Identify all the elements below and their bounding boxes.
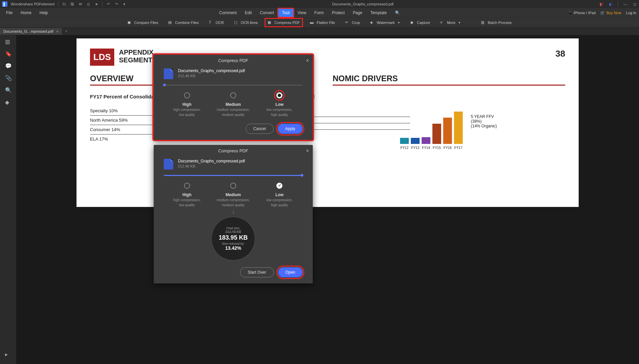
section-drivers: NOMIC DRIVERS bbox=[333, 74, 565, 86]
dialog1-title: Compress PDF bbox=[218, 58, 248, 63]
arrow-down-icon: ↓ bbox=[164, 209, 303, 215]
redo-icon[interactable]: ↷ bbox=[114, 2, 119, 6]
final-size-label: Final size: bbox=[226, 226, 240, 230]
tab-comment[interactable]: Comment bbox=[215, 8, 241, 17]
tab-edit[interactable]: Edit bbox=[241, 8, 256, 17]
chart-bar bbox=[432, 124, 441, 144]
device-link[interactable]: 📱 iPhone / iPad bbox=[568, 11, 596, 15]
search-icon[interactable]: 🔍 bbox=[391, 8, 404, 17]
batch-process-tool[interactable]: ▥Batch Process bbox=[479, 19, 514, 26]
maximize-icon[interactable]: ◻ bbox=[632, 2, 637, 6]
attachments-icon[interactable]: 📎 bbox=[5, 75, 11, 81]
start-over-button[interactable]: Start Over bbox=[240, 267, 274, 277]
flatten-file-tool[interactable]: ▬Flatten File bbox=[308, 19, 337, 26]
crop-tool[interactable]: ✂Crop bbox=[343, 19, 362, 26]
file-icon bbox=[164, 68, 173, 79]
chart-bar bbox=[411, 138, 420, 144]
minimize-icon[interactable]: — bbox=[623, 2, 628, 6]
watermark-tool[interactable]: ◈Watermark▼ bbox=[368, 19, 402, 26]
opt-sub: low quality bbox=[164, 113, 210, 117]
compress-dialog-1: Compress PDF ✕ Documents_Graphs_compress… bbox=[154, 55, 313, 140]
opt-label: Medium bbox=[210, 192, 256, 197]
thumbnails-icon[interactable]: ▥ bbox=[5, 38, 11, 44]
screenshot-icon[interactable]: ◧ bbox=[599, 2, 604, 6]
tab-form[interactable]: Form bbox=[310, 8, 328, 17]
dialog2-medium-radio[interactable] bbox=[230, 183, 236, 189]
opt-label: Low bbox=[256, 102, 303, 107]
dialog1-medium-radio[interactable] bbox=[230, 92, 236, 98]
dropdown-icon[interactable]: ▾ bbox=[122, 2, 127, 6]
tab-protect[interactable]: Protect bbox=[328, 8, 349, 17]
left-sidebar: ▥ 🔖 💬 📎 🔍 ◆ ▸ bbox=[0, 35, 16, 364]
save-icon[interactable]: 🖫 bbox=[70, 2, 74, 6]
window-title: Documents_Graphs_compressed.pdf bbox=[127, 2, 599, 6]
dialog2-high-radio[interactable] bbox=[184, 183, 190, 189]
capture-tool[interactable]: ◉Capture bbox=[408, 19, 432, 26]
dialog1-high-radio[interactable] bbox=[184, 92, 190, 98]
menu-help[interactable]: Help bbox=[36, 9, 51, 17]
chart-bar bbox=[400, 138, 409, 144]
tab-page[interactable]: Page bbox=[349, 8, 366, 17]
opt-label: High bbox=[164, 102, 210, 107]
file-icon bbox=[164, 159, 173, 170]
more-tool[interactable]: ≡More▼ bbox=[438, 19, 463, 26]
pdf-page: LDS APPENDIX SEGMENT OVERVI 38 OVERVIEW … bbox=[77, 38, 579, 207]
apply-button[interactable]: Apply bbox=[278, 124, 303, 134]
revenue-bar-chart: FY12FY13FY14FY15FY16FY17 bbox=[400, 113, 463, 150]
theme-icon[interactable]: ◐ bbox=[608, 2, 613, 6]
add-tab-button[interactable]: + bbox=[62, 28, 70, 35]
menu-home[interactable]: Home bbox=[17, 9, 35, 17]
dialog2-low-radio[interactable] bbox=[276, 183, 282, 189]
dialog1-close-icon[interactable]: ✕ bbox=[306, 58, 309, 63]
menu-file[interactable]: File bbox=[3, 9, 16, 17]
layers-icon[interactable]: ◆ bbox=[5, 99, 11, 105]
open-button[interactable]: Open bbox=[278, 267, 303, 277]
dialog1-filesize: 212.46 KB bbox=[178, 74, 245, 78]
opt-label: High bbox=[164, 192, 210, 197]
print-icon[interactable]: ⎙ bbox=[86, 2, 91, 6]
ocr-area-tool[interactable]: ▢OCR Area bbox=[232, 19, 260, 26]
combine-files-tool[interactable]: ▤Combine Files bbox=[166, 19, 201, 26]
dialog2-filename: Documents_Graphs_compressed.pdf bbox=[178, 159, 245, 163]
opt-sub: medium compression, bbox=[210, 198, 256, 202]
chart-bar-label: FY12 bbox=[400, 146, 408, 150]
document-tabs: Documents_G…mpressed.pdf ✕ + bbox=[0, 28, 639, 35]
undo-icon[interactable]: ↶ bbox=[106, 2, 111, 6]
trend-note-1: 5 YEAR FFV bbox=[471, 114, 497, 119]
app-icon: ▌ bbox=[2, 1, 7, 7]
document-tab[interactable]: Documents_G…mpressed.pdf ✕ bbox=[0, 28, 62, 35]
tab-view[interactable]: View bbox=[294, 8, 310, 17]
compress-pdf-tool[interactable]: ▦Compress PDF bbox=[266, 19, 302, 26]
expand-sidebar-icon[interactable]: ▸ bbox=[5, 351, 11, 357]
close-tab-icon[interactable]: ✕ bbox=[56, 30, 59, 33]
opt-sub: medium quality bbox=[210, 113, 256, 117]
compress-dialog-2: Compress PDF ✕ Documents_Graphs_compress… bbox=[154, 145, 313, 283]
toolbar: ▣Compare Files ▤Combine Files TOCR ▢OCR … bbox=[0, 18, 639, 28]
tab-convert[interactable]: Convert bbox=[256, 8, 278, 17]
buy-now-link[interactable]: 🛒 Buy Now bbox=[600, 11, 621, 15]
share-icon[interactable]: ➤ bbox=[94, 2, 99, 6]
new-size: 183.95 KB bbox=[219, 234, 248, 241]
chart-bar-label: FY16 bbox=[444, 146, 452, 150]
titlebar: ▌ Wondershare PDFelement 🗀 🖫 ✉ ⎙ ➤ ↶ ↷ ▾… bbox=[0, 0, 639, 8]
mail-icon[interactable]: ✉ bbox=[78, 2, 83, 6]
opt-sub: medium quality bbox=[210, 203, 256, 207]
open-icon[interactable]: 🗀 bbox=[62, 2, 66, 6]
compare-files-tool[interactable]: ▣Compare Files bbox=[125, 19, 160, 26]
comments-icon[interactable]: 💬 bbox=[5, 63, 11, 69]
dialog2-close-icon[interactable]: ✕ bbox=[306, 148, 309, 153]
tab-tool[interactable]: Tool bbox=[278, 8, 294, 17]
dialog1-low-radio[interactable] bbox=[276, 92, 282, 98]
dialog2-filesize: 212.46 KB bbox=[178, 164, 245, 168]
chart-bar-label: FY14 bbox=[422, 146, 430, 150]
ocr-tool[interactable]: TOCR bbox=[207, 19, 226, 26]
result-circle: Final size: 212.46 KB 183.95 KB Size red… bbox=[211, 217, 255, 261]
login-link[interactable]: Log In bbox=[626, 11, 636, 15]
trend-note-3: (14% Organic) bbox=[471, 124, 497, 128]
bookmarks-icon[interactable]: 🔖 bbox=[5, 51, 11, 57]
tab-template[interactable]: Template bbox=[366, 8, 391, 17]
cancel-button[interactable]: Cancel bbox=[246, 124, 274, 134]
chart-bar bbox=[443, 118, 452, 144]
chart-bar-label: FY13 bbox=[411, 146, 419, 150]
search-panel-icon[interactable]: 🔍 bbox=[5, 87, 11, 93]
